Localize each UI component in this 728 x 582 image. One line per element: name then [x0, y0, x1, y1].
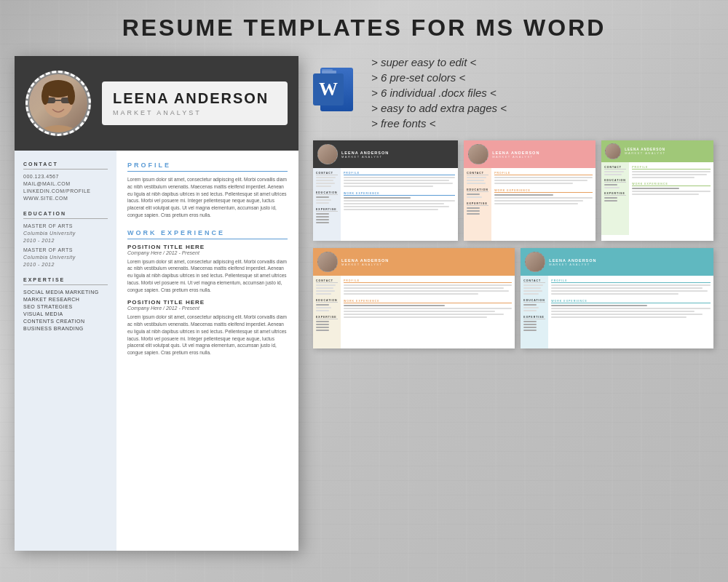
- mini-s-label-3: CONTACT: [604, 166, 626, 170]
- job-text-1: Lorem ipsum dolor sit amet, consectetur …: [127, 258, 288, 294]
- word-icon: W: [313, 68, 357, 119]
- mini-edu-label-3: EDUCATION: [604, 179, 626, 183]
- mini-exp-label-5: EXPERTISE: [523, 316, 545, 319]
- mini-title-1: MARKET ANALYST: [341, 155, 454, 159]
- mini-edu-label-2: EDUCATION: [467, 188, 488, 192]
- resume-name-block: LEENA ANDERSON MARKET ANALYST: [102, 81, 288, 125]
- mini-photo-4: [317, 252, 338, 272]
- mini-photo-5: [525, 252, 545, 272]
- mini-photo-2: [468, 144, 488, 164]
- skill-5: CONTENTS CREATION: [23, 319, 108, 324]
- edu-degree-1: MASTER OF ARTS: [23, 223, 108, 228]
- mini-exp-label-3: EXPERTISE: [604, 192, 626, 196]
- resume-name: LEENA ANDERSON: [113, 90, 277, 107]
- feature-4: easy to add extra pages: [371, 102, 507, 114]
- mini-content-4: PROFILE WORK EXPERIENCE: [341, 276, 515, 348]
- mini-resume-2: LEENA ANDERSON MARKET ANALYST CONTACT ED…: [464, 140, 596, 241]
- resume-sidebar: CONTACT 000.123.4567 MAIL@MAIL.COM LINKE…: [15, 151, 116, 551]
- mini-sidebar-2: CONTACT EDUCATION EXPERTISE: [464, 168, 491, 241]
- person-svg: [29, 74, 87, 132]
- mini-edu-label-4: EDUCATION: [316, 299, 338, 303]
- svg-point-7: [68, 87, 75, 105]
- mini-content-5: PROFILE WORK EXPERIENCE: [548, 276, 713, 348]
- feature-1: super easy to edit: [371, 56, 507, 68]
- profile-section: PROFILE Lorem ipsum dolor sit amet, cons…: [127, 162, 288, 219]
- mini-exp-label-1: EXPERTISE: [316, 208, 338, 212]
- job-company-1: Company Here / 2012 - Present: [127, 250, 288, 255]
- mini-profile-label-1: PROFILE: [344, 172, 455, 175]
- mini-name-1: LEENA ANDERSON MARKET ANALYST: [341, 151, 454, 159]
- mini-name-3: LEENA ANDERSON MARKET ANALYST: [625, 148, 710, 155]
- contact-label: CONTACT: [23, 162, 108, 170]
- mini-resume-1: LEENA ANDERSON MARKET ANALYST CONTACT: [313, 140, 458, 241]
- main-container: RESUME TEMPLATES FOR MS WORD: [0, 0, 728, 582]
- svg-rect-11: [322, 71, 336, 73]
- mini-header-4: LEENA ANDERSON MARKET ANALYST: [313, 248, 515, 276]
- mini-profile-label-2: PROFILE: [494, 172, 593, 175]
- job-title-2: POSITION TITLE HERE: [127, 299, 288, 306]
- mini-body-2: CONTACT EDUCATION EXPERTISE: [464, 168, 596, 241]
- mini-photo-3: [605, 143, 621, 159]
- mini-resume-5: LEENA ANDERSON MARKET ANALYST CONTACT: [521, 248, 713, 348]
- resume-photo: [29, 74, 87, 132]
- mini-s-label-4: CONTACT: [316, 279, 338, 283]
- mini-body-1: CONTACT EDUCATION EXPERTISE: [313, 168, 458, 241]
- right-panel: W super easy to edit 6 pre-set colors 6 …: [313, 56, 713, 551]
- mini-edu-label-1: EDUCATION: [316, 191, 338, 195]
- work-label: WORK EXPERIENCE: [127, 229, 288, 239]
- education-section: EDUCATION MASTER OF ARTS Columbia Univer…: [23, 211, 108, 267]
- edu-years-2: 2010 - 2012: [23, 262, 108, 267]
- svg-text:W: W: [319, 79, 338, 100]
- mini-work-label-3: WORK EXPERIENCE: [632, 183, 711, 186]
- svg-point-6: [41, 87, 49, 105]
- job-text-2: Lorem ipsum dolor sit amet, consectetur …: [127, 314, 288, 356]
- job-company-2: Company Here / 2012 - Present: [127, 306, 288, 311]
- contact-website: WWW.SITE.COM: [23, 196, 108, 201]
- edu-degree-2: MASTER OF ARTS: [23, 247, 108, 252]
- job-title-1: POSITION TITLE HERE: [127, 244, 288, 250]
- mini-name-2: LEENA ANDERSON MARKET ANALYST: [492, 151, 591, 159]
- mini-profile-label-4: PROFILE: [344, 279, 512, 283]
- mini-header-3: LEENA ANDERSON MARKET ANALYST: [601, 140, 713, 162]
- skill-3: SEO STRATEGIES: [23, 304, 108, 309]
- feature-2: 6 pre-set colors: [371, 71, 507, 84]
- profile-text: Lorem ipsum dolor sit amet, consectetur …: [127, 176, 288, 219]
- mini-profile-label-3: PROFILE: [632, 166, 711, 170]
- mini-sidebar-4: CONTACT EDUCATION EXPERTISE: [313, 276, 341, 348]
- resume-body: CONTACT 000.123.4567 MAIL@MAIL.COM LINKE…: [15, 151, 298, 551]
- mini-work-label-1: WORK EXPERIENCE: [344, 192, 455, 196]
- resume-photo-wrapper: [25, 71, 91, 136]
- features-block: W super easy to edit 6 pre-set colors 6 …: [313, 56, 713, 129]
- mini-title-4: MARKET ANALYST: [341, 263, 510, 266]
- mini-s-label-5: CONTACT: [523, 279, 545, 283]
- feature-3: 6 individual .docx files: [371, 87, 507, 99]
- mini-header-5: LEENA ANDERSON MARKET ANALYST: [521, 248, 713, 276]
- expertise-section: EXPERTISE SOCIAL MEDIA MARKETING MARKET …: [23, 277, 108, 331]
- edu-school-2: Columbia University: [23, 255, 108, 260]
- svg-point-0: [35, 125, 82, 132]
- contact-section: CONTACT 000.123.4567 MAIL@MAIL.COM LINKE…: [23, 162, 108, 201]
- page-title: RESUME TEMPLATES FOR MS WORD: [122, 15, 606, 41]
- mini-profile-label-5: PROFILE: [551, 279, 711, 283]
- mini-title-5: MARKET ANALYST: [549, 263, 709, 266]
- mini-header-1: LEENA ANDERSON MARKET ANALYST: [313, 140, 458, 168]
- edu-years-1: 2010 - 2012: [23, 238, 108, 243]
- mini-body-5: CONTACT EDUCATION EXPERTISE: [521, 276, 713, 348]
- work-section: WORK EXPERIENCE POSITION TITLE HERE Comp…: [127, 229, 288, 356]
- expertise-label: EXPERTISE: [23, 277, 108, 285]
- mini-exp-label-4: EXPERTISE: [316, 316, 338, 319]
- mini-resume-4: LEENA ANDERSON MARKET ANALYST CONTACT: [313, 248, 515, 348]
- mini-name-4: LEENA ANDERSON MARKET ANALYST: [341, 258, 510, 266]
- contact-linkedin: LINKEDIN.COM/PROFILE: [23, 188, 108, 194]
- features-list: super easy to edit 6 pre-set colors 6 in…: [371, 56, 507, 129]
- mini-header-2: LEENA ANDERSON MARKET ANALYST: [464, 140, 596, 168]
- mini-resume-row-2: LEENA ANDERSON MARKET ANALYST CONTACT: [313, 248, 713, 348]
- mini-exp-label-2: EXPERTISE: [467, 202, 488, 206]
- education-label: EDUCATION: [23, 211, 108, 219]
- mini-edu-label-5: EDUCATION: [523, 299, 545, 303]
- contact-email: MAIL@MAIL.COM: [23, 181, 108, 186]
- mini-work-label-5: WORK EXPERIENCE: [551, 300, 711, 303]
- mini-title-2: MARKET ANALYST: [492, 155, 591, 159]
- content-area: LEENA ANDERSON MARKET ANALYST CONTACT 00…: [15, 56, 713, 551]
- mini-s-label-2: CONTACT: [467, 172, 488, 175]
